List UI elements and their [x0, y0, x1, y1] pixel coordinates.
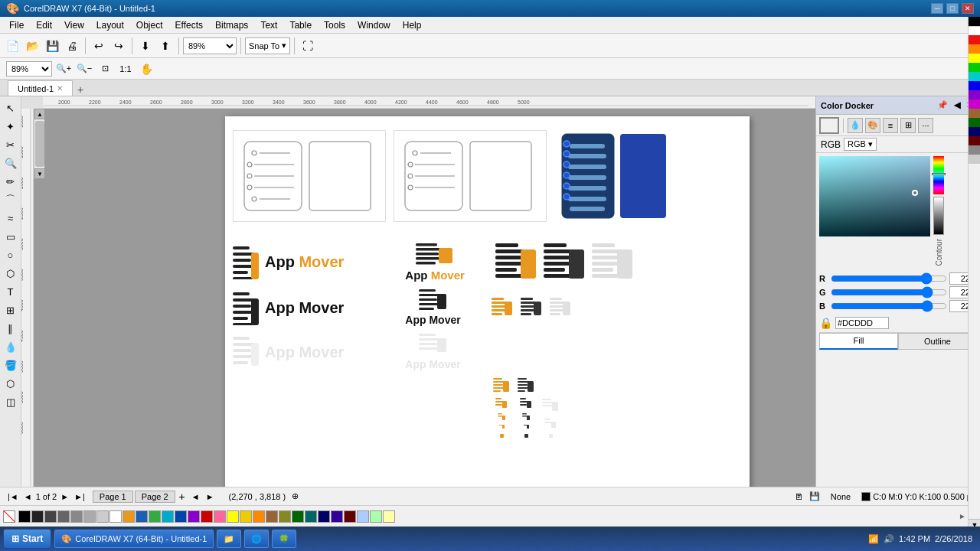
ellipse-tool[interactable]: ○	[2, 246, 19, 263]
swatch-lt-blue[interactable]	[357, 510, 369, 523]
parallel-tool[interactable]: ∥	[2, 320, 19, 337]
menu-help[interactable]: Help	[397, 18, 428, 32]
no-fill-swatch[interactable]	[3, 510, 15, 523]
palette-dark-red[interactable]	[969, 136, 980, 145]
minimize-button[interactable]: ─	[931, 3, 943, 14]
swatch-green1[interactable]	[149, 510, 161, 523]
main-color-swatch[interactable]	[819, 117, 839, 134]
swatch-maroon[interactable]	[344, 510, 356, 523]
interactive-tool[interactable]: ⬡	[2, 375, 19, 392]
b-slider[interactable]	[831, 302, 947, 310]
text-tool[interactable]: T	[2, 283, 19, 300]
swatch-dk-green[interactable]	[292, 510, 304, 523]
r-slider[interactable]	[831, 275, 947, 282]
zoom-out-btn[interactable]: 🔍−	[75, 60, 93, 78]
hue-strip[interactable]	[933, 156, 944, 194]
swatch-navy[interactable]	[318, 510, 330, 523]
scroll-pages-left[interactable]: ◄	[189, 492, 202, 501]
zoom-tool[interactable]: 🔍	[2, 155, 19, 171]
swatch-brown1[interactable]	[266, 510, 278, 523]
eyedropper-tool[interactable]: 💧	[2, 338, 19, 355]
bezier-tool[interactable]: ⌒	[2, 191, 19, 208]
page1-tab[interactable]: Page 1	[93, 491, 133, 503]
freehand-tool[interactable]: ✏	[2, 173, 19, 190]
last-page-btn[interactable]: ►|	[73, 492, 87, 501]
tab-close-icon[interactable]: ✕	[57, 84, 63, 93]
palette-blue[interactable]	[969, 81, 980, 90]
page2-tab[interactable]: Page 2	[135, 491, 175, 503]
rect-tool[interactable]: ▭	[2, 228, 19, 245]
scroll-down-btn[interactable]: ▼	[34, 168, 45, 179]
g-slider[interactable]	[831, 289, 947, 296]
menu-object[interactable]: Object	[130, 18, 169, 32]
export-btn[interactable]: ⬆	[156, 37, 175, 55]
hex-input[interactable]: #DCDDD	[835, 317, 889, 329]
mixer-btn[interactable]: ⊞	[900, 118, 916, 133]
taskbar-app-explorer[interactable]: 📁	[217, 530, 241, 548]
menu-layout[interactable]: Layout	[90, 18, 130, 32]
menu-view[interactable]: View	[58, 18, 90, 32]
next-page-btn[interactable]: ►	[59, 492, 70, 501]
tab-untitled1[interactable]: Untitled-1 ✕	[8, 80, 73, 96]
swatch-dark2[interactable]	[44, 510, 57, 523]
palette-red[interactable]	[969, 35, 980, 44]
palette-yellow[interactable]	[969, 54, 980, 63]
zoom-in-btn[interactable]: 🔍+	[54, 60, 73, 78]
swatch-gray2[interactable]	[70, 510, 83, 523]
swatch-blue1[interactable]	[136, 510, 148, 523]
palette-purple[interactable]	[969, 90, 980, 99]
palette-brown[interactable]	[969, 109, 980, 118]
alpha-strip[interactable]	[933, 197, 944, 235]
menu-edit[interactable]: Edit	[30, 18, 58, 32]
polygon-tool[interactable]: ⬡	[2, 265, 19, 282]
swatch-yellow2[interactable]	[240, 510, 252, 523]
tab-add-button[interactable]: +	[73, 83, 88, 96]
menu-effects[interactable]: Effects	[169, 18, 209, 32]
swatch-lt-green[interactable]	[370, 510, 382, 523]
import-btn[interactable]: ⬇	[136, 37, 155, 55]
zoom-fit-btn[interactable]: ⊡	[96, 60, 114, 78]
transparency-tool[interactable]: ◫	[2, 393, 19, 410]
swatch-lt-yellow[interactable]	[383, 510, 395, 523]
artmedia-tool[interactable]: ≈	[2, 210, 19, 227]
swatch-cyan1[interactable]	[162, 510, 174, 523]
swatch-blue2[interactable]	[175, 510, 187, 523]
taskbar-app-chrome[interactable]: 🌐	[244, 530, 269, 548]
maximize-button[interactable]: □	[946, 3, 959, 14]
zoom-100-btn[interactable]: 1:1	[116, 60, 135, 78]
fill-tab[interactable]: Fill	[819, 333, 898, 350]
print-btn[interactable]: 🖨	[63, 37, 81, 55]
swatch-orange2[interactable]	[253, 510, 265, 523]
open-btn[interactable]: 📂	[23, 37, 41, 55]
docker-pin-btn[interactable]: 📌	[935, 99, 950, 111]
harmonies-btn[interactable]: ≡	[883, 118, 898, 133]
palette-white[interactable]	[969, 26, 980, 35]
add-page-btn[interactable]: +	[177, 491, 188, 503]
swatch-dark1[interactable]	[31, 510, 44, 523]
prev-page-btn[interactable]: ◄	[22, 492, 34, 501]
palette-dark-blue[interactable]	[969, 127, 980, 136]
zoom-select2[interactable]: 89% 100%	[6, 61, 52, 77]
close-button[interactable]: ✕	[962, 3, 974, 14]
swatch-teal[interactable]	[305, 510, 317, 523]
menu-tools[interactable]: Tools	[318, 18, 351, 32]
swatch-gray1[interactable]	[57, 510, 70, 523]
color-gradient-box[interactable]	[819, 156, 930, 236]
swatch-gray3[interactable]	[83, 510, 96, 523]
swatch-pink1[interactable]	[214, 510, 226, 523]
color-wheel-btn[interactable]: 🎨	[865, 118, 880, 133]
undo-btn[interactable]: ↩	[90, 37, 108, 55]
palette-cyan[interactable]	[969, 72, 980, 81]
full-screen-btn[interactable]: ⛶	[299, 37, 317, 55]
menu-file[interactable]: File	[3, 18, 30, 32]
palette-orange[interactable]	[969, 44, 980, 54]
menu-bitmaps[interactable]: Bitmaps	[209, 18, 254, 32]
outline-tab[interactable]: Outline	[898, 333, 977, 350]
select-tool[interactable]: ↖	[2, 99, 19, 116]
swatch-red1[interactable]	[201, 510, 213, 523]
swatch-yellow1[interactable]	[227, 510, 239, 523]
palette-magenta[interactable]	[969, 99, 980, 109]
swatch-white[interactable]	[109, 510, 122, 523]
zoom-select[interactable]: 89% 100% 75% 50%	[183, 37, 237, 54]
menu-table[interactable]: Table	[283, 18, 318, 32]
